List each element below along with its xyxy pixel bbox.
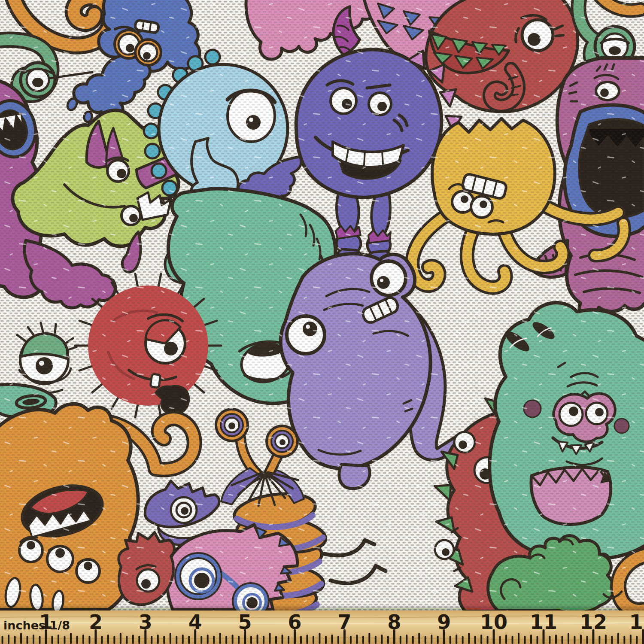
fabric-flecks xyxy=(0,0,644,611)
ruler: inches 1/812345678910111213 xyxy=(0,611,644,644)
ruler-number-13: 13 xyxy=(629,611,644,634)
ruler-unit-label: inches 1/8 xyxy=(3,619,70,632)
fabric-monster-pattern: inches 1/812345678910111213 xyxy=(0,0,644,644)
ruler-shadow xyxy=(0,605,644,611)
product-photo: inches 1/812345678910111213 xyxy=(0,0,644,644)
